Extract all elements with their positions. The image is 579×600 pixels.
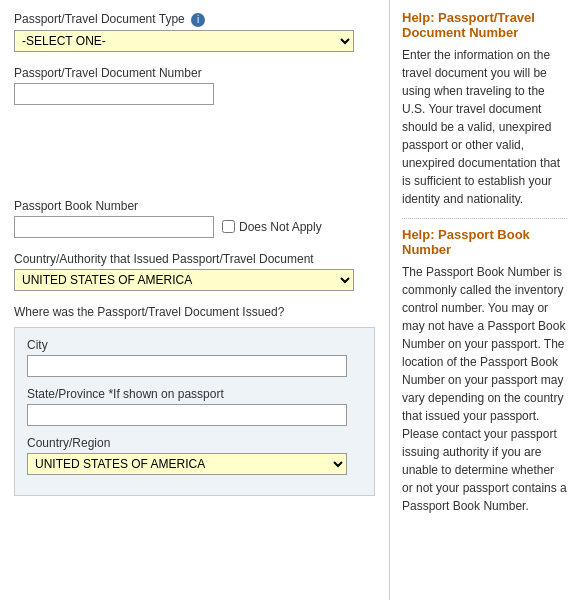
does-not-apply-label: Does Not Apply <box>239 220 322 234</box>
passport-type-group: Passport/Travel Document Type i -SELECT … <box>14 12 375 52</box>
does-not-apply-checkbox[interactable] <box>222 220 235 233</box>
where-issued-group: Where was the Passport/Travel Document I… <box>14 305 375 496</box>
country-region-group: Country/Region UNITED STATES OF AMERICA <box>27 436 362 475</box>
passport-type-select[interactable]: -SELECT ONE- Passport Book Passport Card… <box>14 30 354 52</box>
travel-doc-number-label: Passport/Travel Document Number <box>14 66 375 80</box>
passport-type-info-icon[interactable]: i <box>191 13 205 27</box>
state-input[interactable] <box>27 404 347 426</box>
help1-title: Help: Passport/Travel Document Number <box>402 10 567 40</box>
country-region-select[interactable]: UNITED STATES OF AMERICA <box>27 453 347 475</box>
city-group: City <box>27 338 362 377</box>
state-group: State/Province *If shown on passport <box>27 387 362 426</box>
right-panel: Help: Passport/Travel Document Number En… <box>390 0 579 600</box>
country-authority-label: Country/Authority that Issued Passport/T… <box>14 252 375 266</box>
travel-doc-number-group: Passport/Travel Document Number <box>14 66 375 105</box>
passport-book-number-input[interactable] <box>14 216 214 238</box>
help2-text: The Passport Book Number is commonly cal… <box>402 263 567 515</box>
city-input[interactable] <box>27 355 347 377</box>
passport-book-number-group: Passport Book Number Does Not Apply <box>14 199 375 238</box>
does-not-apply-container: Does Not Apply <box>222 220 322 234</box>
state-label: State/Province *If shown on passport <box>27 387 362 401</box>
help-divider <box>402 218 567 219</box>
passport-book-row: Does Not Apply <box>14 216 375 238</box>
passport-book-number-label: Passport Book Number <box>14 199 375 213</box>
country-authority-select[interactable]: UNITED STATES OF AMERICA <box>14 269 354 291</box>
help2-title: Help: Passport Book Number <box>402 227 567 257</box>
where-issued-label: Where was the Passport/Travel Document I… <box>14 305 375 319</box>
passport-type-label: Passport/Travel Document Type i <box>14 12 375 27</box>
country-region-label: Country/Region <box>27 436 362 450</box>
travel-doc-number-input[interactable] <box>14 83 214 105</box>
issued-where-box: City State/Province *If shown on passpor… <box>14 327 375 496</box>
left-panel: Passport/Travel Document Type i -SELECT … <box>0 0 390 600</box>
city-label: City <box>27 338 362 352</box>
help1-text: Enter the information on the travel docu… <box>402 46 567 208</box>
country-authority-group: Country/Authority that Issued Passport/T… <box>14 252 375 291</box>
